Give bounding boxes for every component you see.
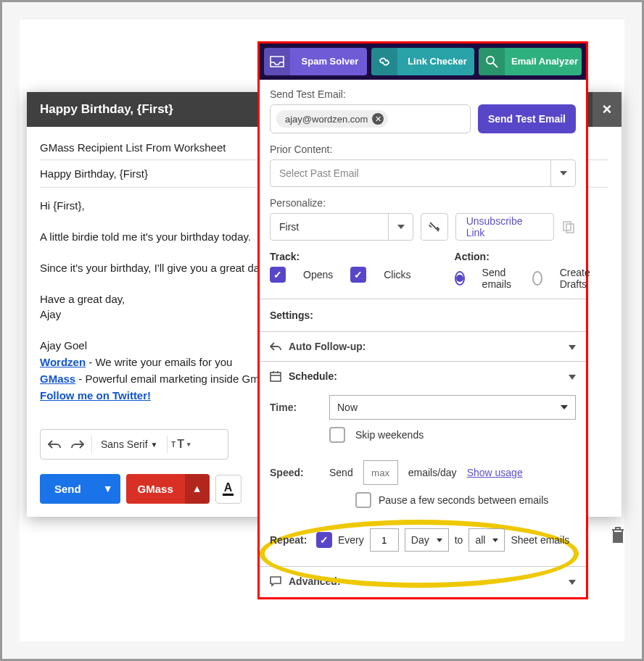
- repeat-unit-select[interactable]: Day: [405, 528, 449, 552]
- speed-input[interactable]: [363, 460, 398, 485]
- close-icon[interactable]: ×: [593, 92, 622, 127]
- gmass-dropdown-icon[interactable]: ▲: [185, 474, 210, 504]
- gmass-button[interactable]: GMass: [126, 474, 185, 504]
- chevron-down-icon[interactable]: [388, 214, 413, 240]
- send-button[interactable]: Send: [40, 474, 96, 504]
- create-drafts-label: Create Drafts: [560, 267, 595, 290]
- speed-label: Speed:: [270, 467, 319, 478]
- clicks-checkbox[interactable]: ✓: [350, 267, 366, 283]
- font-select[interactable]: Sans Serif ▼: [96, 438, 162, 450]
- prior-content-label: Prior Content:: [270, 144, 576, 155]
- auto-followup-label: Auto Follow-up:: [289, 341, 366, 352]
- svg-point-0: [487, 57, 494, 64]
- send-emails-radio[interactable]: [455, 271, 465, 286]
- opens-label: Opens: [303, 269, 333, 280]
- opens-checkbox[interactable]: ✓: [270, 267, 286, 283]
- repeat-every: Every: [338, 534, 364, 546]
- time-value: Now: [337, 402, 358, 413]
- redo-icon[interactable]: [68, 435, 87, 454]
- dropdown-icon: [492, 539, 498, 542]
- chevron-down-icon: [569, 575, 576, 587]
- repeat-label: Repeat:: [270, 534, 310, 546]
- tab-spam-label: Spam Solver: [293, 54, 367, 70]
- trash-icon[interactable]: [610, 525, 626, 544]
- font-name: Sans Serif: [101, 438, 148, 450]
- repeat-to: to: [455, 534, 463, 546]
- show-usage-link[interactable]: Show usage: [467, 467, 523, 478]
- svg-rect-4: [271, 373, 281, 381]
- gmass-desc: - Powerful email marketing inside Gmail: [75, 373, 270, 385]
- magnifier-icon: [479, 48, 505, 75]
- dropdown-icon: [561, 405, 568, 410]
- reply-icon: [270, 341, 281, 352]
- repeat-checkbox[interactable]: ✓: [316, 532, 332, 548]
- svg-rect-3: [566, 224, 574, 233]
- gmass-link[interactable]: GMass: [40, 373, 75, 385]
- skip-weekends-checkbox[interactable]: [329, 427, 345, 443]
- track-label: Track:: [270, 251, 411, 262]
- pause-checkbox[interactable]: [355, 492, 371, 508]
- dropdown-icon: [437, 539, 442, 542]
- personalize-value: First: [271, 214, 388, 240]
- auto-followup-accordion[interactable]: Auto Follow-up:: [260, 331, 586, 361]
- prior-content-placeholder: Select Past Email: [271, 160, 550, 186]
- tab-email-analyzer[interactable]: Email Analyzer: [479, 48, 582, 75]
- tab-link-label: Link Checker: [400, 54, 474, 70]
- wordzen-desc: - We write your emails for you: [86, 356, 232, 368]
- email-chip: ajay@wordzen.com ✕: [276, 110, 388, 128]
- schedule-label: Schedule:: [289, 370, 337, 382]
- gmass-settings-panel: Spam Solver Link Checker Email Analyzer …: [257, 41, 588, 599]
- unsubscribe-link-button[interactable]: Unsubscribe Link: [455, 213, 554, 241]
- repeat-target: all: [475, 534, 485, 546]
- repeat-unit: Day: [411, 534, 429, 546]
- inbox-icon: [264, 48, 290, 75]
- chevron-down-icon[interactable]: [550, 160, 575, 186]
- create-drafts-radio[interactable]: [532, 271, 542, 286]
- svg-rect-2: [564, 222, 571, 230]
- tab-link-checker[interactable]: Link Checker: [371, 48, 474, 75]
- body-p4a: Have a great day,: [40, 293, 125, 305]
- send-dropdown-icon[interactable]: ▼: [96, 474, 120, 504]
- link-icon: [371, 48, 397, 75]
- svg-line-1: [493, 63, 498, 67]
- advanced-accordion[interactable]: Advanced:: [260, 566, 586, 596]
- body-p4b: Ajay: [40, 308, 61, 320]
- send-test-label: Send Test Email:: [270, 88, 576, 100]
- advanced-label: Advanced:: [289, 575, 341, 587]
- twitter-link[interactable]: Follow me on Twitter!: [40, 389, 151, 402]
- unlink-icon[interactable]: [421, 213, 448, 241]
- calendar-icon: [270, 370, 281, 382]
- repeat-number-input[interactable]: [370, 528, 399, 552]
- prior-content-select[interactable]: Select Past Email: [270, 159, 576, 187]
- chip-remove-icon[interactable]: ✕: [372, 113, 384, 125]
- action-label: Action:: [455, 251, 595, 262]
- skip-weekends-label: Skip weekends: [355, 429, 424, 441]
- chevron-down-icon[interactable]: [569, 370, 576, 382]
- clicks-label: Clicks: [384, 269, 410, 280]
- text-color-button[interactable]: A: [215, 475, 242, 504]
- repeat-suffix: Sheet emails: [511, 534, 569, 546]
- time-select[interactable]: Now: [329, 395, 576, 420]
- text-size-icon[interactable]: TT▾: [172, 435, 191, 454]
- repeat-target-select[interactable]: all: [468, 528, 505, 552]
- repeat-row: Repeat: ✓ Every Day to all Sheet emails: [270, 528, 576, 552]
- undo-icon[interactable]: [45, 435, 64, 454]
- send-test-button[interactable]: Send Test Email: [478, 104, 576, 133]
- tab-spam-solver[interactable]: Spam Solver: [264, 48, 367, 75]
- speed-send: Send: [329, 467, 353, 478]
- schedule-section: Schedule: Time: Now Skip weekends: [260, 361, 586, 566]
- chat-icon: [270, 576, 281, 586]
- settings-label: Settings:: [260, 299, 586, 331]
- time-label: Time:: [270, 402, 319, 413]
- send-emails-label: Send emails: [482, 267, 516, 290]
- chevron-down-icon: [569, 341, 576, 352]
- copy-icon[interactable]: [561, 220, 576, 234]
- test-email-input[interactable]: ajay@wordzen.com ✕: [270, 104, 471, 133]
- chip-text: ajay@wordzen.com: [285, 114, 368, 125]
- personalize-select[interactable]: First: [270, 213, 413, 241]
- tool-tabs: Spam Solver Link Checker Email Analyzer: [260, 43, 586, 80]
- wordzen-link[interactable]: Wordzen: [40, 356, 86, 368]
- pause-label: Pause a few seconds between emails: [379, 494, 548, 506]
- personalize-label: Personalize:: [270, 197, 576, 209]
- format-toolbar: Sans Serif ▼ TT▾: [40, 429, 228, 460]
